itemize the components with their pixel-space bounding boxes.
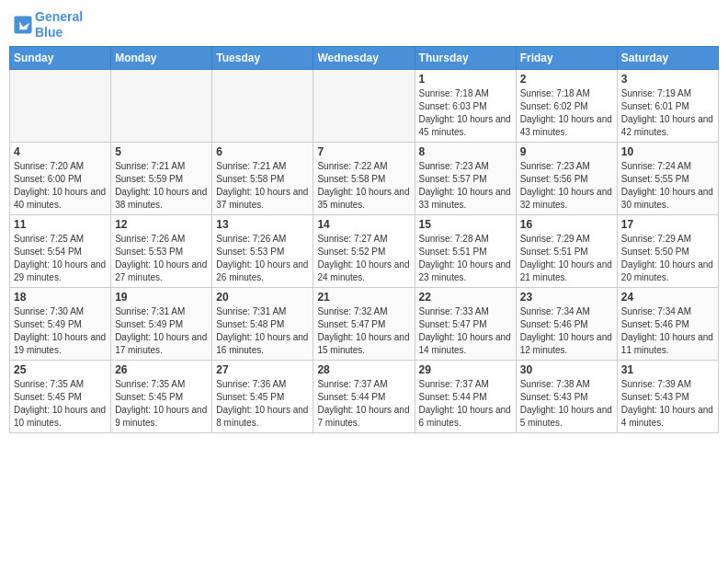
calendar-cell: 25Sunrise: 7:35 AMSunset: 5:45 PMDayligh… xyxy=(10,360,111,432)
day-info: Sunrise: 7:25 AMSunset: 5:54 PMDaylight:… xyxy=(14,233,107,284)
day-number: 6 xyxy=(216,145,309,158)
calendar-cell: 19Sunrise: 7:31 AMSunset: 5:49 PMDayligh… xyxy=(111,287,212,360)
day-number: 29 xyxy=(419,363,512,376)
day-info: Sunrise: 7:34 AMSunset: 5:46 PMDaylight:… xyxy=(621,305,714,357)
calendar-cell: 6Sunrise: 7:21 AMSunset: 5:58 PMDaylight… xyxy=(212,142,313,214)
day-info: Sunrise: 7:26 AMSunset: 5:53 PMDaylight:… xyxy=(115,233,208,284)
calendar-cell: 22Sunrise: 7:33 AMSunset: 5:47 PMDayligh… xyxy=(415,287,516,360)
day-number: 16 xyxy=(520,218,613,231)
day-number: 24 xyxy=(621,291,714,304)
day-number: 31 xyxy=(621,363,714,376)
day-info: Sunrise: 7:20 AMSunset: 6:00 PMDaylight:… xyxy=(14,160,107,212)
calendar-week-2: 4Sunrise: 7:20 AMSunset: 6:00 PMDaylight… xyxy=(10,142,719,214)
day-header-sunday: Sunday xyxy=(10,46,111,69)
svg-rect-0 xyxy=(14,16,31,33)
logo-icon xyxy=(13,15,33,35)
day-number: 25 xyxy=(14,363,107,376)
calendar-table: SundayMondayTuesdayWednesdayThursdayFrid… xyxy=(9,46,719,433)
day-header-thursday: Thursday xyxy=(415,46,516,69)
day-number: 26 xyxy=(115,363,208,376)
day-info: Sunrise: 7:31 AMSunset: 5:49 PMDaylight:… xyxy=(115,305,208,357)
day-info: Sunrise: 7:28 AMSunset: 5:51 PMDaylight:… xyxy=(419,233,512,284)
day-number: 23 xyxy=(520,291,613,304)
day-number: 27 xyxy=(216,363,309,376)
day-info: Sunrise: 7:21 AMSunset: 5:59 PMDaylight:… xyxy=(115,160,208,212)
day-header-friday: Friday xyxy=(516,46,617,69)
day-header-monday: Monday xyxy=(111,46,212,69)
day-number: 20 xyxy=(216,291,309,304)
day-info: Sunrise: 7:36 AMSunset: 5:45 PMDaylight:… xyxy=(216,378,309,430)
calendar-cell: 2Sunrise: 7:18 AMSunset: 6:02 PMDaylight… xyxy=(516,69,617,142)
calendar-cell: 31Sunrise: 7:39 AMSunset: 5:43 PMDayligh… xyxy=(617,360,718,432)
calendar-week-1: 1Sunrise: 7:18 AMSunset: 6:03 PMDaylight… xyxy=(10,69,719,142)
calendar-cell xyxy=(111,69,212,142)
day-info: Sunrise: 7:21 AMSunset: 5:58 PMDaylight:… xyxy=(216,160,309,212)
day-number: 17 xyxy=(621,218,714,231)
day-info: Sunrise: 7:38 AMSunset: 5:43 PMDaylight:… xyxy=(520,378,613,430)
day-info: Sunrise: 7:37 AMSunset: 5:44 PMDaylight:… xyxy=(317,378,410,430)
day-number: 18 xyxy=(14,291,107,304)
calendar-week-3: 11Sunrise: 7:25 AMSunset: 5:54 PMDayligh… xyxy=(10,214,719,287)
calendar-cell: 1Sunrise: 7:18 AMSunset: 6:03 PMDaylight… xyxy=(415,69,516,142)
day-info: Sunrise: 7:35 AMSunset: 5:45 PMDaylight:… xyxy=(115,378,208,430)
day-number: 4 xyxy=(14,145,107,158)
day-number: 22 xyxy=(419,291,512,304)
day-number: 8 xyxy=(419,145,512,158)
calendar-cell: 30Sunrise: 7:38 AMSunset: 5:43 PMDayligh… xyxy=(516,360,617,432)
calendar-cell: 11Sunrise: 7:25 AMSunset: 5:54 PMDayligh… xyxy=(10,214,111,287)
calendar-cell: 13Sunrise: 7:26 AMSunset: 5:53 PMDayligh… xyxy=(212,214,313,287)
day-info: Sunrise: 7:29 AMSunset: 5:50 PMDaylight:… xyxy=(621,233,714,284)
calendar-cell: 16Sunrise: 7:29 AMSunset: 5:51 PMDayligh… xyxy=(516,214,617,287)
day-info: Sunrise: 7:39 AMSunset: 5:43 PMDaylight:… xyxy=(621,378,714,430)
day-info: Sunrise: 7:31 AMSunset: 5:48 PMDaylight:… xyxy=(216,305,309,357)
page-header: General Blue xyxy=(9,9,719,40)
day-number: 9 xyxy=(520,145,613,158)
logo: General Blue xyxy=(13,9,83,40)
day-info: Sunrise: 7:34 AMSunset: 5:46 PMDaylight:… xyxy=(520,305,613,357)
calendar-cell: 23Sunrise: 7:34 AMSunset: 5:46 PMDayligh… xyxy=(516,287,617,360)
day-number: 13 xyxy=(216,218,309,231)
day-info: Sunrise: 7:18 AMSunset: 6:03 PMDaylight:… xyxy=(419,87,512,139)
day-info: Sunrise: 7:35 AMSunset: 5:45 PMDaylight:… xyxy=(14,378,107,430)
day-info: Sunrise: 7:23 AMSunset: 5:56 PMDaylight:… xyxy=(520,160,613,212)
day-number: 1 xyxy=(419,73,512,86)
calendar-cell: 28Sunrise: 7:37 AMSunset: 5:44 PMDayligh… xyxy=(313,360,415,432)
calendar-cell: 29Sunrise: 7:37 AMSunset: 5:44 PMDayligh… xyxy=(415,360,516,432)
day-info: Sunrise: 7:29 AMSunset: 5:51 PMDaylight:… xyxy=(520,233,613,284)
calendar-week-4: 18Sunrise: 7:30 AMSunset: 5:49 PMDayligh… xyxy=(10,287,719,360)
day-number: 14 xyxy=(317,218,410,231)
calendar-cell: 7Sunrise: 7:22 AMSunset: 5:58 PMDaylight… xyxy=(313,142,415,214)
day-number: 12 xyxy=(115,218,208,231)
day-number: 30 xyxy=(520,363,613,376)
day-info: Sunrise: 7:19 AMSunset: 6:01 PMDaylight:… xyxy=(621,87,714,139)
day-number: 7 xyxy=(317,145,410,158)
day-number: 28 xyxy=(317,363,410,376)
day-header-tuesday: Tuesday xyxy=(212,46,313,69)
day-number: 21 xyxy=(317,291,410,304)
day-info: Sunrise: 7:30 AMSunset: 5:49 PMDaylight:… xyxy=(14,305,107,357)
calendar-cell: 18Sunrise: 7:30 AMSunset: 5:49 PMDayligh… xyxy=(10,287,111,360)
calendar-header-row: SundayMondayTuesdayWednesdayThursdayFrid… xyxy=(10,46,719,69)
calendar-cell: 17Sunrise: 7:29 AMSunset: 5:50 PMDayligh… xyxy=(617,214,718,287)
calendar-cell: 4Sunrise: 7:20 AMSunset: 6:00 PMDaylight… xyxy=(10,142,111,214)
calendar-cell: 9Sunrise: 7:23 AMSunset: 5:56 PMDaylight… xyxy=(516,142,617,214)
calendar-cell: 5Sunrise: 7:21 AMSunset: 5:59 PMDaylight… xyxy=(111,142,212,214)
calendar-cell: 14Sunrise: 7:27 AMSunset: 5:52 PMDayligh… xyxy=(313,214,415,287)
day-header-saturday: Saturday xyxy=(617,46,718,69)
day-number: 10 xyxy=(621,145,714,158)
calendar-cell xyxy=(313,69,415,142)
day-info: Sunrise: 7:27 AMSunset: 5:52 PMDaylight:… xyxy=(317,233,410,284)
calendar-cell xyxy=(212,69,313,142)
calendar-cell: 10Sunrise: 7:24 AMSunset: 5:55 PMDayligh… xyxy=(617,142,718,214)
calendar-cell: 8Sunrise: 7:23 AMSunset: 5:57 PMDaylight… xyxy=(415,142,516,214)
calendar-cell: 12Sunrise: 7:26 AMSunset: 5:53 PMDayligh… xyxy=(111,214,212,287)
day-number: 3 xyxy=(621,73,714,86)
day-info: Sunrise: 7:24 AMSunset: 5:55 PMDaylight:… xyxy=(621,160,714,212)
day-number: 15 xyxy=(419,218,512,231)
day-number: 11 xyxy=(14,218,107,231)
calendar-cell: 26Sunrise: 7:35 AMSunset: 5:45 PMDayligh… xyxy=(111,360,212,432)
day-info: Sunrise: 7:32 AMSunset: 5:47 PMDaylight:… xyxy=(317,305,410,357)
calendar-cell: 24Sunrise: 7:34 AMSunset: 5:46 PMDayligh… xyxy=(617,287,718,360)
day-number: 19 xyxy=(115,291,208,304)
calendar-cell: 15Sunrise: 7:28 AMSunset: 5:51 PMDayligh… xyxy=(415,214,516,287)
